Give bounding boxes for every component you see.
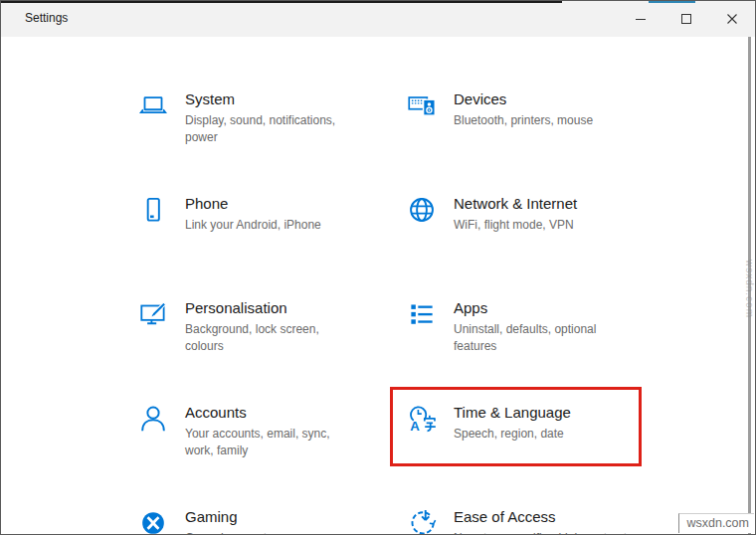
category-title: Apps bbox=[454, 299, 487, 316]
watermark-corner: wsxdn.com bbox=[678, 513, 754, 533]
category-tile-phone[interactable]: PhoneLink your Android, iPhone bbox=[130, 191, 391, 290]
category-tile-apps[interactable]: AppsUninstall, defaults, optional featur… bbox=[399, 295, 660, 395]
maximize-button[interactable] bbox=[663, 1, 709, 37]
category-subtitle: Display, sound, notifications, power bbox=[185, 112, 360, 146]
globe-icon bbox=[405, 193, 443, 231]
window-title: Settings bbox=[25, 11, 68, 25]
category-subtitle: Bluetooth, printers, mouse bbox=[454, 112, 629, 129]
clock-language-icon: A bbox=[405, 402, 443, 440]
ease-of-access-icon bbox=[405, 506, 443, 534]
watermark-side: wsxdn.com bbox=[744, 260, 755, 318]
settings-window: Settings SystemDisplay, sound, notificat… bbox=[0, 0, 756, 535]
svg-text:A: A bbox=[410, 419, 420, 434]
category-tile-gaming[interactable]: GamingGame bar, captures, broadcasting, … bbox=[130, 504, 391, 534]
category-subtitle: Your accounts, email, sync, work, family bbox=[185, 426, 360, 459]
category-subtitle: Game bar, captures, broadcasting, Game M… bbox=[185, 530, 360, 534]
category-subtitle: Narrator, magnifier, high contrast bbox=[454, 530, 629, 534]
window-controls bbox=[618, 1, 755, 37]
close-icon bbox=[727, 12, 737, 27]
display-brush-icon bbox=[136, 297, 174, 335]
category-subtitle: Speech, region, date bbox=[454, 426, 629, 443]
phone-icon bbox=[136, 193, 174, 231]
top-border-accent bbox=[649, 1, 695, 3]
category-tile-devices[interactable]: DevicesBluetooth, printers, mouse bbox=[399, 87, 660, 186]
xbox-icon bbox=[136, 506, 174, 534]
close-button[interactable] bbox=[709, 1, 755, 37]
top-border-strip bbox=[1, 1, 562, 3]
category-tile-personalisation[interactable]: PersonalisationBackground, lock screen, … bbox=[130, 295, 391, 395]
settings-category-grid: SystemDisplay, sound, notifications, pow… bbox=[1, 37, 755, 534]
category-title: Devices bbox=[454, 90, 506, 107]
category-title: Phone bbox=[185, 195, 228, 212]
maximize-icon bbox=[681, 12, 691, 27]
category-title: System bbox=[185, 90, 235, 107]
category-title: Accounts bbox=[185, 404, 247, 421]
keyboard-speaker-icon bbox=[405, 89, 443, 126]
minimize-icon bbox=[636, 12, 646, 27]
person-icon bbox=[136, 402, 174, 440]
app-list-icon bbox=[405, 297, 443, 335]
category-subtitle: WiFi, flight mode, VPN bbox=[454, 217, 629, 234]
titlebar: Settings bbox=[1, 1, 755, 37]
category-title: Network & Internet bbox=[454, 195, 577, 212]
minimize-button[interactable] bbox=[618, 1, 663, 37]
category-tile-accounts[interactable]: AccountsYour accounts, email, sync, work… bbox=[130, 400, 391, 499]
category-title: Personalisation bbox=[185, 299, 287, 316]
category-title: Gaming bbox=[185, 508, 238, 525]
laptop-icon bbox=[136, 89, 174, 126]
category-tile-network[interactable]: Network & InternetWiFi, flight mode, VPN bbox=[399, 191, 660, 290]
category-tile-ease-of-access[interactable]: Ease of AccessNarrator, magnifier, high … bbox=[399, 504, 660, 534]
category-subtitle: Background, lock screen, colours bbox=[185, 321, 360, 355]
category-subtitle: Link your Android, iPhone bbox=[185, 217, 360, 234]
category-tile-system[interactable]: SystemDisplay, sound, notifications, pow… bbox=[130, 87, 391, 186]
category-tile-time-language[interactable]: ATime & LanguageSpeech, region, date bbox=[399, 400, 660, 499]
category-title: Ease of Access bbox=[454, 508, 556, 525]
category-subtitle: Uninstall, defaults, optional features bbox=[454, 321, 629, 355]
category-title: Time & Language bbox=[454, 404, 571, 421]
